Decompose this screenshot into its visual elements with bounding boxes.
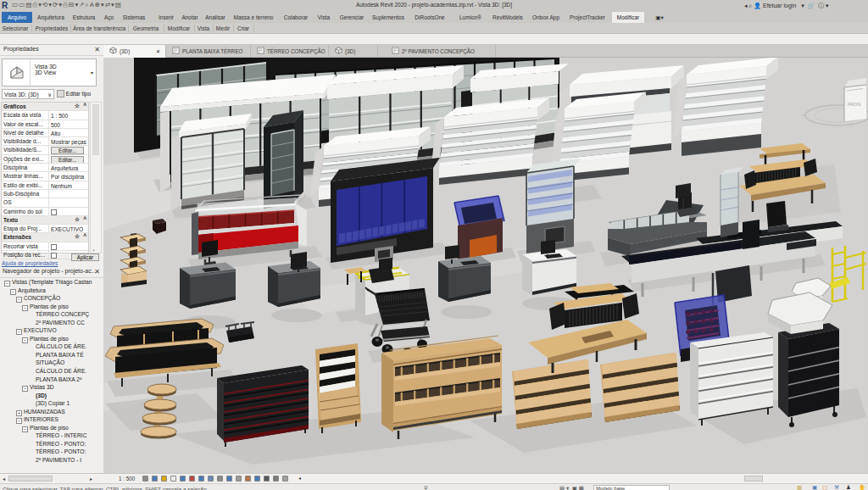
svg-text:FRON: FRON xyxy=(848,102,861,107)
